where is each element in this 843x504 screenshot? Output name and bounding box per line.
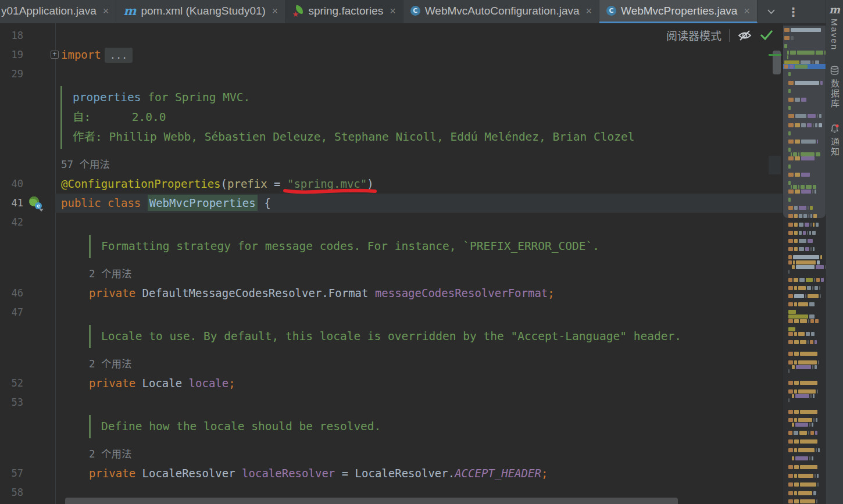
minimap-segment: [815, 431, 817, 435]
fold-icon[interactable]: +: [51, 51, 59, 59]
minimap-segment: [798, 332, 805, 336]
doc-comment-block: Define how the locale should be resolved…: [89, 415, 783, 438]
minimap-row: [788, 106, 791, 110]
tab-webmvcproperties-java[interactable]: CWebMvcProperties.java×: [599, 0, 758, 23]
tab-close-icon[interactable]: ×: [272, 6, 278, 16]
line-number: 18: [0, 26, 23, 45]
minimap-segment: [788, 260, 792, 264]
chevron-down-icon[interactable]: [767, 9, 776, 15]
spring-bean-gutter-icon[interactable]: e: [29, 196, 42, 210]
usages-hint[interactable]: 2 个用法: [89, 444, 783, 464]
code-text: [55, 303, 783, 322]
more-options-icon[interactable]: ⋮: [787, 6, 799, 18]
minimap-segment: [798, 491, 812, 495]
code-minimap[interactable]: [783, 23, 826, 504]
minimap-segment: [794, 448, 797, 452]
minimap-segment: [799, 206, 806, 210]
minimap-segment: [788, 410, 793, 414]
minimap-segment: [784, 36, 790, 40]
gutter-cell: 40: [0, 174, 55, 194]
line-number: 41: [0, 194, 23, 213]
minimap-segment: [808, 340, 809, 344]
tool-button-[interactable]: 数据库: [828, 66, 841, 109]
minimap-segment: [794, 239, 798, 243]
gutter-cell: 29: [0, 65, 55, 84]
code-token: WebMvcProperties: [148, 195, 258, 211]
code-text: [55, 393, 783, 412]
code-line-41: 41epublic class WebMvcProperties {: [0, 194, 783, 213]
tab-bar-tabs: y01Application.java×mpom.xml (KuangStudy…: [0, 0, 758, 23]
minimap-segment: [813, 247, 815, 251]
minimap-segment: [794, 332, 797, 336]
tab-webmvcautoconfiguration-java[interactable]: CWebMvcAutoConfiguration.java×: [403, 0, 599, 23]
minimap-row: [788, 327, 795, 331]
minimap-segment: [808, 214, 809, 218]
minimap-row: [788, 398, 790, 402]
tab-y01application-java[interactable]: y01Application.java×: [0, 0, 116, 23]
usages-hint[interactable]: 2 个用法: [89, 354, 783, 374]
line-number: 57: [0, 464, 23, 483]
minimap-segment: [816, 418, 817, 422]
minimap-segment: [790, 51, 796, 55]
minimap-segment: [791, 185, 792, 189]
tab-close-icon[interactable]: ×: [586, 6, 592, 16]
tab-close-icon[interactable]: ×: [103, 6, 109, 16]
error-stripe: [769, 23, 783, 504]
tool-button-maven[interactable]: mMaven: [829, 5, 840, 51]
minimap-segment: [788, 72, 791, 76]
minimap-row: [787, 55, 788, 59]
minimap-row: [788, 140, 818, 144]
horizontal-scrollbar-thumb[interactable]: [65, 498, 678, 504]
minimap-segment: [794, 360, 797, 364]
tab-pom-xml-kuangstudy01[interactable]: mpom.xml (KuangStudy01)×: [116, 0, 285, 23]
tab-close-icon[interactable]: ×: [744, 6, 750, 16]
line-number: 47: [0, 303, 23, 322]
editor-surface[interactable]: 1819+import...29properties for Spring MV…: [0, 23, 783, 504]
minimap-row: [788, 360, 819, 364]
code-token: "spring.mvc": [287, 174, 367, 194]
minimap-segment: [817, 389, 818, 394]
minimap-segment: [792, 456, 794, 460]
code-line-40: 40@ConfigurationProperties(prefix = "spr…: [0, 174, 783, 194]
tool-button-label: 数据库: [828, 79, 841, 109]
minimap-segment: [788, 239, 793, 243]
minimap-segment: [819, 114, 821, 118]
spring-boot-icon: ★: [292, 6, 303, 16]
minimap-segment: [800, 352, 817, 356]
inspections-ok-icon[interactable]: [760, 30, 773, 41]
code-text: import...: [55, 45, 783, 65]
line-number: 19: [0, 45, 23, 65]
minimap-segment: [788, 98, 794, 102]
minimap-segment: [788, 474, 793, 478]
minimap-segment: [792, 423, 794, 427]
minimap-segment: [801, 156, 815, 160]
minimap-row: [788, 165, 791, 169]
minimap-segment: [799, 431, 807, 435]
minimap-row: [788, 255, 822, 259]
eye-off-icon[interactable]: [737, 30, 752, 41]
header-separator: [729, 29, 730, 42]
minimap-row: [792, 265, 826, 269]
minimap-segment: [788, 286, 793, 290]
code-token: prefix: [227, 177, 267, 190]
tab-spring-factories[interactable]: ★spring.factories×: [285, 0, 403, 23]
minimap-row: [788, 410, 817, 414]
folded-region[interactable]: ...: [105, 48, 133, 63]
minimap-row: [788, 474, 819, 478]
minimap-segment: [795, 456, 808, 460]
usages-hint[interactable]: 57 个用法: [61, 155, 783, 174]
tab-bar-actions: ⋮: [767, 0, 804, 23]
minimap-segment: [788, 198, 791, 202]
minimap-segment: [812, 456, 813, 460]
doc-text: for Spring MVC.: [141, 91, 250, 104]
red-marker-underline: [283, 187, 377, 196]
minimap-segment: [795, 114, 806, 118]
usages-hint[interactable]: 2 个用法: [89, 264, 783, 284]
code-line-53: 53: [0, 393, 783, 412]
tool-button-[interactable]: 通知: [828, 124, 841, 157]
tab-close-icon[interactable]: ×: [390, 6, 396, 16]
gutter-cell: 18: [0, 26, 55, 45]
minimap-segment: [799, 247, 804, 251]
minimap-row: [788, 369, 790, 373]
minimap-segment: [790, 65, 794, 69]
